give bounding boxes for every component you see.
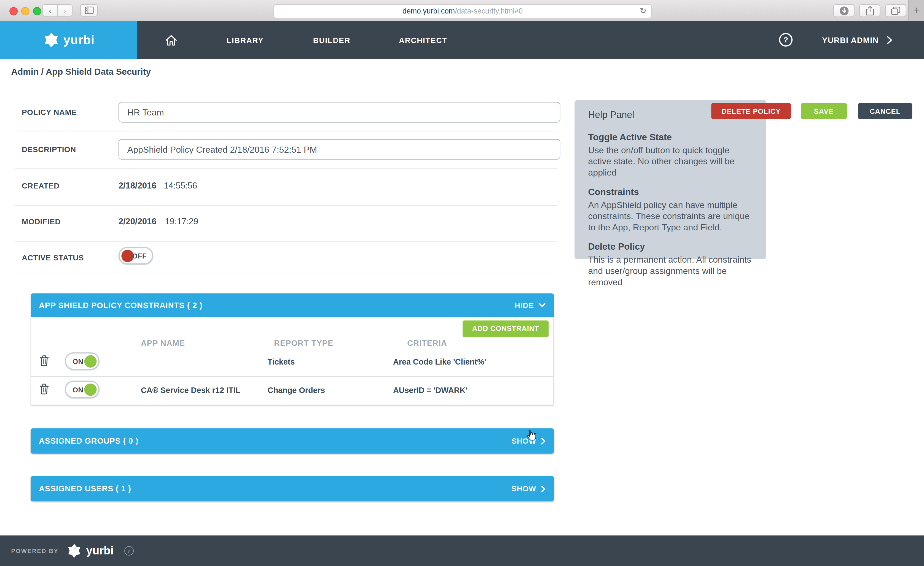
footer: POWERED BY yurbi i	[0, 535, 924, 566]
help-section-heading: Toggle Active State	[588, 132, 752, 142]
window-close-button[interactable]	[9, 7, 18, 15]
mouse-cursor	[525, 428, 537, 442]
browser-forward-button[interactable]: ›	[57, 4, 72, 16]
created-label: CREATED	[22, 181, 60, 190]
tab-overview-icon	[891, 6, 900, 15]
trash-icon[interactable]	[39, 383, 49, 395]
row-divider	[15, 205, 557, 205]
cell-app-name: CA® Service Desk r12 ITIL	[141, 386, 240, 395]
home-icon	[165, 34, 177, 46]
constraints-panel: ADD CONSTRAINT APP NAME REPORT TYPE CRIT…	[31, 317, 554, 405]
modified-label: MODIFIED	[22, 217, 61, 226]
cell-criteria: AUserID = 'DWARK'	[393, 386, 468, 395]
sidebar-icon	[85, 7, 93, 14]
assigned-groups-section-header[interactable]: ASSIGNED GROUPS ( 0 ) SHOW	[31, 428, 554, 454]
assigned-users-section-header[interactable]: ASSIGNED USERS ( 1 ) SHOW	[31, 476, 554, 501]
hide-toggle-label[interactable]: HIDE	[514, 301, 534, 310]
window-zoom-button[interactable]	[33, 7, 41, 15]
column-header-criteria: CRITERIA	[407, 339, 447, 347]
info-glyph: i	[128, 548, 130, 554]
cell-report-type: Change Orders	[268, 386, 325, 395]
cancel-button[interactable]: CANCEL	[858, 103, 912, 119]
footer-brand-name: yurbi	[86, 544, 114, 557]
chevron-down-icon	[538, 303, 546, 307]
nav-item-library[interactable]: LIBRARY	[216, 21, 274, 59]
description-input[interactable]	[118, 139, 560, 160]
save-button[interactable]: SAVE	[801, 103, 847, 119]
toggle-knob	[84, 383, 97, 396]
active-status-toggle[interactable]: OFF	[118, 247, 153, 265]
cell-report-type: Tickets	[268, 358, 295, 367]
browser-downloads-button[interactable]	[833, 4, 855, 17]
show-toggle-label[interactable]: SHOW	[512, 484, 536, 493]
toggle-knob	[84, 355, 97, 367]
nav-item-label: BUILDER	[313, 36, 351, 44]
row-divider	[15, 273, 557, 273]
modified-time: 19:17:29	[165, 217, 198, 226]
row-divider	[15, 241, 557, 241]
constraint-toggle[interactable]: ON	[65, 352, 99, 370]
policy-name-label: POLICY NAME	[22, 108, 77, 117]
trash-icon[interactable]	[39, 355, 49, 367]
help-section-body: Use the on/off button to quick toggle ac…	[588, 144, 752, 178]
browser-sidebar-button[interactable]	[80, 4, 98, 16]
browser-back-button[interactable]: ‹	[42, 4, 58, 16]
info-icon[interactable]: i	[124, 546, 134, 556]
constraints-section-header[interactable]: APP SHIELD POLICY CONSTRAINTS ( 2 ) HIDE	[31, 293, 554, 317]
browser-toolbar: ‹ › demo.yurbi.com/data-security.html#0 …	[0, 0, 924, 22]
created-time: 14:55:56	[164, 181, 197, 190]
powered-by-label: POWERED BY	[11, 548, 59, 554]
help-button[interactable]: ?	[779, 33, 792, 46]
chevron-right-icon	[541, 437, 546, 445]
constraints-title: APP SHIELD POLICY CONSTRAINTS ( 2 )	[39, 301, 514, 310]
cell-criteria: Area Code Like 'Client%'	[393, 358, 486, 367]
table-row-divider	[31, 376, 553, 377]
question-mark-icon: ?	[783, 35, 788, 44]
add-constraint-button[interactable]: ADD CONSTRAINT	[462, 320, 549, 337]
description-label: DESCRIPTION	[22, 145, 76, 154]
assigned-users-title: ASSIGNED USERS ( 1 )	[39, 484, 512, 493]
yurbi-flower-icon	[43, 32, 59, 48]
toggle-state-label: OFF	[132, 252, 147, 261]
toggle-state-label: ON	[72, 358, 84, 366]
back-icon: ‹	[49, 6, 51, 15]
browser-tab-overview-button[interactable]	[885, 4, 906, 17]
row-divider	[15, 168, 557, 169]
breadcrumb-divider	[0, 91, 924, 91]
policy-name-input[interactable]	[118, 102, 560, 123]
download-icon	[839, 6, 849, 15]
browser-share-button[interactable]	[859, 4, 880, 17]
nav-item-label: LIBRARY	[226, 36, 264, 44]
nav-item-builder[interactable]: BUILDER	[302, 21, 362, 59]
app-navbar: yurbi LIBRARY BUILDER ARCHITECT ? YURBI …	[0, 21, 924, 59]
window-minimize-button[interactable]	[21, 7, 30, 15]
delete-policy-button[interactable]: DELETE POLICY	[711, 103, 791, 119]
help-section-body: An AppShield policy can have multiple co…	[588, 199, 752, 233]
active-status-label: ACTIVE STATUS	[22, 253, 84, 262]
column-header-report-type: REPORT TYPE	[274, 339, 333, 347]
nav-item-label: ARCHITECT	[399, 36, 447, 44]
brand-name: yurbi	[63, 33, 94, 47]
help-panel: Help Panel Toggle Active State Use the o…	[574, 100, 766, 259]
share-icon	[865, 6, 874, 15]
plus-icon: +	[914, 4, 920, 16]
user-menu[interactable]: YURBI ADMIN	[822, 21, 892, 59]
help-section-heading: Constraints	[588, 187, 752, 197]
breadcrumb: Admin / App Shield Data Security	[11, 67, 151, 76]
created-date: 2/18/2016	[118, 181, 157, 190]
user-menu-label: YURBI ADMIN	[822, 36, 879, 44]
nav-item-architect[interactable]: ARCHITECT	[391, 21, 455, 59]
forward-icon: ›	[63, 6, 66, 15]
assigned-groups-title: ASSIGNED GROUPS ( 0 )	[39, 436, 512, 445]
brand-logo[interactable]: yurbi	[0, 21, 137, 59]
modified-date: 2/20/2016	[118, 217, 157, 226]
nav-item-home[interactable]	[156, 21, 186, 59]
url-path: /data-security.html#0	[455, 7, 523, 15]
constraint-toggle[interactable]: ON	[65, 380, 99, 398]
address-bar[interactable]: demo.yurbi.com/data-security.html#0 ↻	[273, 4, 652, 18]
browser-new-tab-button[interactable]: +	[908, 0, 924, 21]
chevron-right-icon	[887, 36, 892, 44]
help-section-heading: Delete Policy	[588, 241, 752, 252]
reload-icon[interactable]: ↻	[639, 6, 646, 15]
column-header-app-name: APP NAME	[141, 339, 185, 347]
